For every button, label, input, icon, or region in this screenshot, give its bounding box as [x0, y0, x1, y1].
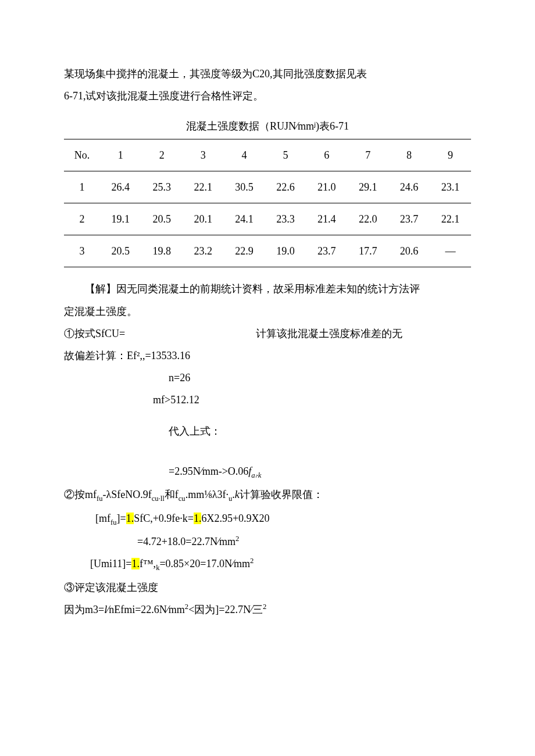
- table-cell: 20.5: [141, 203, 183, 235]
- table-cell: 22.9: [224, 235, 265, 267]
- table-header-cell: 8: [388, 139, 430, 171]
- table-cell: 17.7: [347, 235, 388, 267]
- p13-sup2: 2: [263, 603, 266, 611]
- solution-p8: ②按mffu-λSfeNO.9fcu·ll和fcu.mm⅛λ3f·u.k计算验收…: [64, 485, 471, 506]
- p9-end: 6X2.95+0.9X20: [201, 513, 269, 524]
- table-cell: 24.1: [224, 203, 265, 235]
- table-header-cell: 4: [224, 139, 265, 171]
- p9-sub: fu: [110, 518, 117, 526]
- p13-mid2: <因为]=22.7N∕三: [188, 604, 263, 615]
- p8-pre: ②按mf: [64, 489, 97, 500]
- spacer: [64, 444, 471, 461]
- table-row: 2 19.1 20.5 20.1 24.1 23.3 21.4 22.0 23.…: [64, 203, 471, 235]
- table-header-cell: 7: [347, 139, 388, 171]
- table-caption: 混凝土强度数据（RUJN∕mmʲ)表6-71: [64, 116, 471, 136]
- p9-hl1: 1.: [126, 513, 134, 524]
- p9-mid1: ]=: [117, 513, 126, 524]
- p10-sup: 2: [236, 535, 239, 543]
- p11-hl: 1.: [131, 558, 140, 569]
- p13-mid1: ∕nEfmi=22.6N∕mm: [107, 604, 185, 615]
- table-cell: 20.5: [100, 235, 141, 267]
- solution-p1a: 【解】因无同类混凝土的前期统计资料，故采用标准差未知的统计方法评: [64, 279, 471, 299]
- table-cell: 26.4: [100, 171, 141, 203]
- strength-data-table: No. 1 2 3 4 5 6 7 8 9 1 26.4 25.3 22.1 3…: [64, 139, 471, 268]
- table-cell: 19.8: [141, 235, 183, 267]
- table-cell: 23.3: [265, 203, 306, 235]
- table-cell: 23.7: [306, 235, 347, 267]
- solution-p1b: 定混凝土强度。: [64, 302, 471, 321]
- table-cell: 22.6: [265, 171, 306, 203]
- p10-text: =4.72+18.0=22.7N∕mm: [137, 536, 236, 547]
- p7-sub: aᵢ·k: [251, 471, 261, 479]
- p11-sup: 2: [250, 557, 254, 565]
- table-cell: 3: [64, 235, 100, 267]
- table-cell: 21.4: [306, 203, 347, 235]
- table-cell: 20.6: [388, 235, 430, 267]
- p2-right: 计算该批混凝土强度标准差的无: [256, 328, 402, 339]
- table-row: 1 26.4 25.3 22.1 30.5 22.6 21.0 29.1 24.…: [64, 171, 471, 203]
- table-cell: 21.0: [306, 171, 347, 203]
- p8-mid2: 和f: [165, 489, 179, 500]
- table-cell: 25.3: [141, 171, 183, 203]
- table-cell: 22.1: [430, 203, 471, 235]
- table-cell: 22.0: [347, 203, 388, 235]
- table-header-row: No. 1 2 3 4 5 6 7 8 9: [64, 139, 471, 171]
- solution-p11: [Umi11]=1.f™,k=0.85×20=17.0N∕mm2: [90, 554, 471, 575]
- p8-var: k: [235, 489, 240, 500]
- intro-line-1: 某现场集中搅拌的混凝土，其强度等级为C20,其同批强度数据见表: [64, 64, 471, 84]
- table-cell: 29.1: [347, 171, 388, 203]
- table-header-cell: 6: [306, 139, 347, 171]
- table-cell: 1: [64, 171, 100, 203]
- solution-p9: [mffu]=1.SfC,+0.9fe·k=1.6X2.95+0.9X20: [95, 508, 471, 530]
- table-cell: 23.7: [388, 203, 430, 235]
- p8-end: 计算验收界限值：: [240, 489, 323, 500]
- solution-p5: mf>512.12: [153, 390, 471, 410]
- table-cell: 30.5: [224, 171, 265, 203]
- p11-mid: f™,: [140, 558, 156, 569]
- p11-pre: [Umi11]=: [90, 558, 131, 569]
- p13-pre: 因为m3=: [64, 604, 104, 615]
- table-cell: 23.1: [430, 171, 471, 203]
- p9-mid2: SfC,+0.9fe·k=: [134, 513, 194, 524]
- p8-mid3: .mm⅛λ3f·: [186, 489, 229, 500]
- solution-p12: ③评定该混凝土强度: [64, 578, 471, 597]
- table-cell: 23.2: [183, 235, 224, 267]
- solution-p7: =2.95N∕mm->O.06faᵢ·k: [169, 461, 471, 483]
- p9-pre: [mf: [95, 513, 110, 524]
- p11-end: =0.85×20=17.0N∕mm: [159, 558, 249, 569]
- p8-mid1: -λSfeNO.9f: [103, 489, 152, 500]
- intro-line-2: 6-71,试对该批混凝土强度进行合格性评定。: [64, 86, 471, 106]
- solution-p10: =4.72+18.0=22.7N∕mm2: [137, 532, 471, 551]
- table-cell: 19.1: [100, 203, 141, 235]
- table-header-cell: 9: [430, 139, 471, 171]
- table-header-cell: No.: [64, 139, 100, 171]
- p2-left: ①按式SfCU=: [64, 328, 125, 339]
- p9-hl2: 1.: [194, 513, 202, 524]
- table-row: 3 20.5 19.8 23.2 22.9 19.0 23.7 17.7 20.…: [64, 235, 471, 267]
- table-cell: 2: [64, 203, 100, 235]
- table-header-cell: 3: [183, 139, 224, 171]
- solution-p6: 代入上式：: [169, 421, 471, 441]
- p7-pre: =2.95N∕mm->O.06: [169, 465, 248, 477]
- p8-sub3: cu: [179, 495, 186, 503]
- solution-p3: 故偏差计算：Ef²,,=13533.16: [64, 346, 471, 366]
- table-cell: 22.1: [183, 171, 224, 203]
- table-cell: 24.6: [388, 171, 430, 203]
- p8-sub2: cu·ll: [152, 495, 165, 503]
- table-header-cell: 2: [141, 139, 183, 171]
- table-header-cell: 5: [265, 139, 306, 171]
- table-cell: 20.1: [183, 203, 224, 235]
- solution-p2: ①按式SfCU= 计算该批混凝土强度标准差的无: [64, 324, 471, 343]
- solution-p13: 因为m3=l∕nEfmi=22.6N∕mm2<因为]=22.7N∕三2: [64, 600, 471, 619]
- solution-p4: n=26: [169, 368, 471, 388]
- document-page: 某现场集中搅拌的混凝土，其强度等级为C20,其同批强度数据见表 6-71,试对该…: [0, 0, 535, 657]
- p8-sub1: fu: [97, 495, 103, 503]
- table-header-cell: 1: [100, 139, 141, 171]
- table-cell: —: [430, 235, 471, 267]
- table-cell: 19.0: [265, 235, 306, 267]
